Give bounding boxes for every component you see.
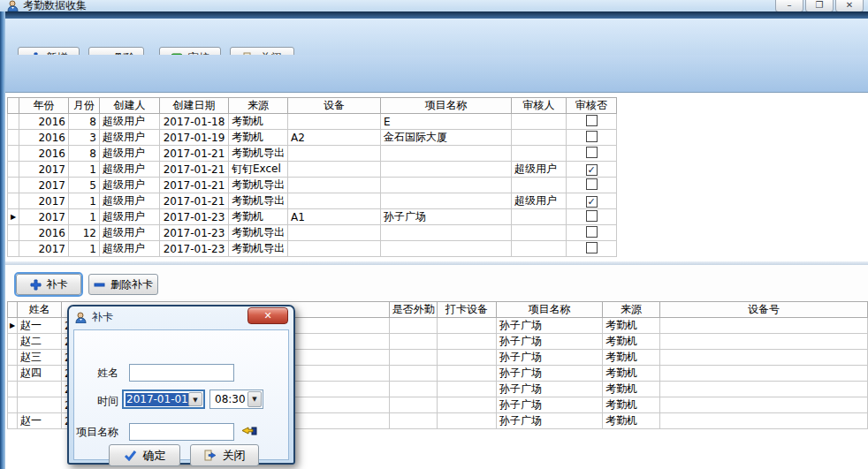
row-selector[interactable] <box>8 413 18 429</box>
date-picker[interactable]: 2017-01-01 ▼ <box>122 390 205 409</box>
cell-auditor[interactable] <box>512 178 567 193</box>
cell-device[interactable] <box>288 114 381 130</box>
row-selector[interactable] <box>8 130 19 146</box>
cell-device-no[interactable] <box>660 397 868 413</box>
checkbox-unchecked[interactable] <box>586 131 598 142</box>
time-picker[interactable]: 08:30 ▼ <box>209 390 263 409</box>
table-row[interactable]: 20163超级用户2017-01-19考勤机A2金石国际大厦 <box>8 130 617 146</box>
cell-year[interactable]: 2016 <box>19 225 69 241</box>
col-header-name[interactable]: 姓名 <box>18 302 62 318</box>
cell-device[interactable] <box>288 193 381 209</box>
dialog-close-button[interactable]: ✕ <box>247 307 288 324</box>
cell-source[interactable]: 钉钉Excel <box>229 162 288 178</box>
cell-audited[interactable] <box>567 146 617 162</box>
checkbox-unchecked[interactable] <box>586 226 598 238</box>
cell-outwork[interactable] <box>390 397 438 413</box>
cell-auditor[interactable] <box>512 225 567 241</box>
cell-device[interactable] <box>288 241 381 257</box>
col-header-punch-device[interactable]: 打卡设备 <box>438 302 497 318</box>
checkbox-unchecked[interactable] <box>586 178 598 190</box>
table-row[interactable]: 20171超级用户2017-01-23考勤机导出 <box>8 241 617 257</box>
cell-project[interactable] <box>381 146 512 162</box>
col-header-creator[interactable]: 创建人 <box>100 98 160 114</box>
cell-auditor[interactable] <box>512 241 567 257</box>
cell-created-date[interactable]: 2017-01-21 <box>160 193 229 209</box>
cell-creator[interactable]: 超级用户 <box>100 162 160 178</box>
cell-audited[interactable]: ✓ <box>567 162 617 178</box>
cell-creator[interactable]: 超级用户 <box>100 209 160 225</box>
cell-audited[interactable] <box>567 130 617 146</box>
row-selector[interactable] <box>8 241 19 257</box>
cell-year[interactable]: 2016 <box>19 146 69 162</box>
cell-device-no[interactable] <box>660 318 868 334</box>
checkbox-unchecked[interactable] <box>586 242 598 253</box>
cell-year[interactable]: 2017 <box>19 162 69 178</box>
cell-project[interactable]: 孙子广场 <box>497 318 603 334</box>
window-close-button[interactable]: ✕ <box>835 0 864 12</box>
col-header-audited[interactable]: 审核否 <box>567 98 617 114</box>
cell-punch-device[interactable] <box>438 334 497 350</box>
cell-created-date[interactable]: 2017-01-23 <box>160 241 229 257</box>
table-row[interactable]: ▶20171超级用户2017-01-23考勤机A1孙子广场 <box>8 209 617 225</box>
row-selector[interactable] <box>8 350 18 366</box>
cell-source[interactable]: 考勤机 <box>603 334 660 350</box>
cell-outwork[interactable] <box>390 334 438 350</box>
cell-project[interactable]: 孙子广场 <box>381 209 512 225</box>
cell-year[interactable]: 2016 <box>19 130 69 146</box>
chevron-down-icon[interactable]: ▼ <box>188 392 202 406</box>
cell-audited[interactable] <box>567 114 617 130</box>
cell-created-date[interactable]: 2017-01-19 <box>160 130 229 146</box>
cell-device[interactable] <box>288 178 381 193</box>
cell-source[interactable]: 考勤机 <box>603 350 660 366</box>
cell-year[interactable]: 2017 <box>19 241 69 257</box>
cell-creator[interactable]: 超级用户 <box>100 130 160 146</box>
cell-auditor[interactable]: 超级用户 <box>512 162 567 178</box>
cell-audited[interactable]: ✓ <box>567 193 617 209</box>
cell-device-no[interactable] <box>660 413 868 429</box>
cell-audited[interactable] <box>567 241 617 257</box>
cell-audited[interactable] <box>567 225 617 241</box>
cell-month[interactable]: 1 <box>69 241 100 257</box>
col-header-year[interactable]: 年份 <box>19 98 69 114</box>
hand-lookup-icon[interactable] <box>241 425 257 436</box>
cell-project[interactable]: 孙子广场 <box>497 350 603 366</box>
cell-device[interactable]: A2 <box>288 130 381 146</box>
cell-punch-device[interactable] <box>438 366 497 382</box>
cell-auditor[interactable]: 超级用户 <box>512 193 567 209</box>
cell-created-date[interactable]: 2017-01-21 <box>160 162 229 178</box>
maximize-button[interactable]: ❐ <box>805 0 834 12</box>
row-selector[interactable] <box>8 334 18 350</box>
cell-year[interactable]: 2016 <box>19 114 69 130</box>
row-selector[interactable]: ▶ <box>8 209 19 225</box>
cell-device[interactable] <box>288 146 381 162</box>
row-selector[interactable] <box>8 193 19 209</box>
cell-month[interactable]: 1 <box>69 209 100 225</box>
cell-project[interactable] <box>381 241 512 257</box>
cell-auditor[interactable] <box>512 209 567 225</box>
cell-outwork[interactable] <box>390 413 438 429</box>
checkbox-unchecked[interactable] <box>586 147 598 158</box>
checkbox-unchecked[interactable] <box>586 115 598 126</box>
row-selector[interactable] <box>8 366 18 382</box>
cell-outwork[interactable] <box>390 318 438 334</box>
col-header-source[interactable]: 来源 <box>603 302 660 318</box>
table-row[interactable]: 20171超级用户2017-01-21钉钉Excel超级用户✓ <box>8 162 617 178</box>
cell-project[interactable]: 孙子广场 <box>497 397 603 413</box>
chevron-down-icon[interactable]: ▼ <box>247 391 262 407</box>
ok-button[interactable]: 确定 <box>109 444 180 466</box>
cell-audited[interactable] <box>567 209 617 225</box>
cell-creator[interactable]: 超级用户 <box>100 193 160 209</box>
row-selector[interactable] <box>8 114 19 130</box>
cell-month[interactable]: 1 <box>69 162 100 178</box>
cell-outwork[interactable] <box>390 382 438 397</box>
cell-creator[interactable]: 超级用户 <box>100 114 160 130</box>
cell-device-no[interactable] <box>660 334 868 350</box>
cell-punch-device[interactable] <box>438 413 497 429</box>
cell-year[interactable]: 2017 <box>19 178 69 193</box>
cell-source[interactable]: 考勤机 <box>603 366 660 382</box>
cell-source[interactable]: 考勤机 <box>229 130 288 146</box>
cell-month[interactable]: 3 <box>69 130 100 146</box>
col-header-project[interactable]: 项目名称 <box>497 302 603 318</box>
row-selector[interactable] <box>8 162 19 178</box>
cell-name[interactable] <box>18 397 62 413</box>
